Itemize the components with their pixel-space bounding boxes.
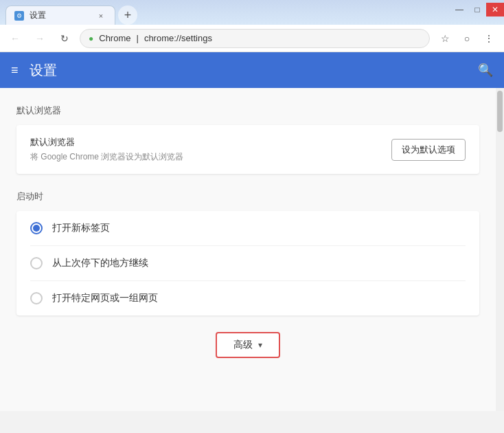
default-browser-label: 默认浏览器 (30, 136, 183, 148)
back-button[interactable]: ← (5, 29, 25, 48)
startup-option-label-1: 从上次停下的地方继续 (52, 257, 148, 269)
settings-header: ≡ 设置 🔍 (0, 52, 504, 88)
tab-favicon: ⚙ (14, 11, 24, 21)
radio-button-2[interactable] (30, 292, 43, 304)
url-separator: | (137, 33, 139, 43)
set-default-button[interactable]: 设为默认选项 (391, 139, 466, 161)
search-icon[interactable]: 🔍 (478, 63, 493, 78)
advanced-button[interactable]: 高级 ▾ (216, 332, 280, 358)
advanced-label: 高级 (233, 339, 253, 351)
default-browser-desc: 将 Google Chrome 浏览器设为默认浏览器 (30, 151, 183, 163)
startup-option-label-2: 打开特定网页或一组网页 (52, 292, 158, 304)
startup-section-title: 启动时 (16, 190, 479, 203)
profile-button[interactable]: ○ (457, 29, 477, 48)
scrollbar[interactable] (496, 88, 504, 411)
url-text: chrome://settings (144, 33, 212, 43)
tab-close-button[interactable]: × (95, 10, 106, 21)
default-browser-section-title: 默认浏览器 (16, 104, 479, 117)
minimize-button[interactable]: — (450, 3, 468, 16)
new-tab-button[interactable]: + (118, 5, 137, 25)
radio-button-0[interactable] (30, 222, 43, 234)
startup-options-card: 打开新标签页 从上次停下的地方继续 打开特定网页或一组网页 (16, 211, 479, 315)
menu-button[interactable]: ⋮ (479, 29, 499, 48)
chevron-down-icon: ▾ (258, 340, 262, 350)
startup-option-2[interactable]: 打开特定网页或一组网页 (30, 281, 466, 315)
page-title: 设置 (30, 61, 57, 80)
settings-tab[interactable]: ⚙ 设置 × (5, 5, 115, 25)
startup-option-0[interactable]: 打开新标签页 (30, 211, 466, 246)
hamburger-menu-icon[interactable]: ≡ (11, 63, 19, 78)
tab-label: 设置 (30, 10, 46, 21)
startup-option-1[interactable]: 从上次停下的地方继续 (30, 246, 466, 281)
main-content: 默认浏览器 默认浏览器 将 Google Chrome 浏览器设为默认浏览器 设… (0, 88, 496, 411)
refresh-button[interactable]: ↻ (55, 29, 74, 48)
maximize-button[interactable]: □ (468, 3, 486, 16)
close-button[interactable]: ✕ (486, 3, 504, 16)
address-input[interactable]: ● Chrome | chrome://settings (80, 29, 430, 48)
default-browser-card: 默认浏览器 将 Google Chrome 浏览器设为默认浏览器 设为默认选项 (16, 125, 479, 174)
chrome-label: Chrome (99, 33, 130, 43)
bookmark-button[interactable]: ☆ (435, 29, 455, 48)
address-bar: ← → ↻ ● Chrome | chrome://settings ☆ ○ ⋮ (0, 25, 504, 52)
forward-button[interactable]: → (30, 29, 49, 48)
lock-icon: ● (89, 34, 93, 43)
scrollbar-thumb[interactable] (497, 91, 503, 132)
radio-button-1[interactable] (30, 257, 43, 269)
startup-option-label-0: 打开新标签页 (52, 222, 110, 234)
